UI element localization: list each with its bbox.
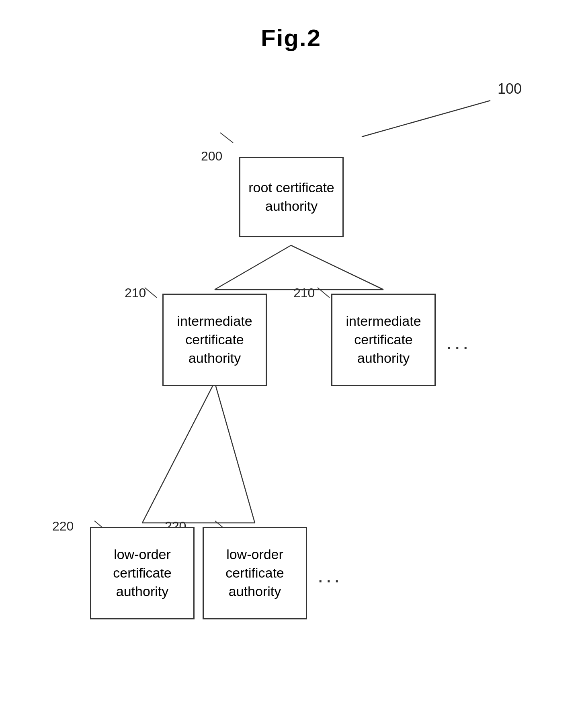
ref-220-left-label: 220 [52, 519, 74, 534]
dots-bottom: ... [318, 563, 342, 587]
ref-210-right-label: 210 [293, 286, 315, 300]
intermediate-ca-label-left: intermediate certificate authority [164, 312, 266, 368]
svg-line-5 [215, 382, 255, 523]
svg-line-0 [362, 101, 490, 137]
page-title: Fig.2 [0, 0, 582, 52]
svg-line-8 [145, 288, 157, 298]
intermediate-ca-box-right: intermediate certificate authority [331, 294, 436, 386]
ref-210-left-label: 210 [125, 286, 146, 300]
root-ca-label: root certificate authority [240, 179, 342, 216]
svg-line-2 [291, 245, 383, 290]
intermediate-ca-box-left: intermediate certificate authority [162, 294, 267, 386]
intermediate-ca-label-right: intermediate certificate authority [332, 312, 434, 368]
low-order-ca-box-left: low-order certificate authority [90, 527, 195, 619]
ref-200-label: 200 [201, 149, 222, 164]
dots-middle: ... [446, 330, 471, 354]
low-order-ca-label-left: low-order certificate authority [91, 545, 193, 601]
root-ca-box: root certificate authority [239, 157, 344, 237]
ref-100-label: 100 [498, 80, 522, 97]
svg-line-9 [318, 288, 330, 298]
low-order-ca-label-right: low-order certificate authority [204, 545, 306, 601]
svg-line-4 [142, 382, 215, 523]
svg-line-1 [215, 245, 291, 290]
svg-line-7 [220, 133, 233, 143]
low-order-ca-box-right: low-order certificate authority [203, 527, 307, 619]
